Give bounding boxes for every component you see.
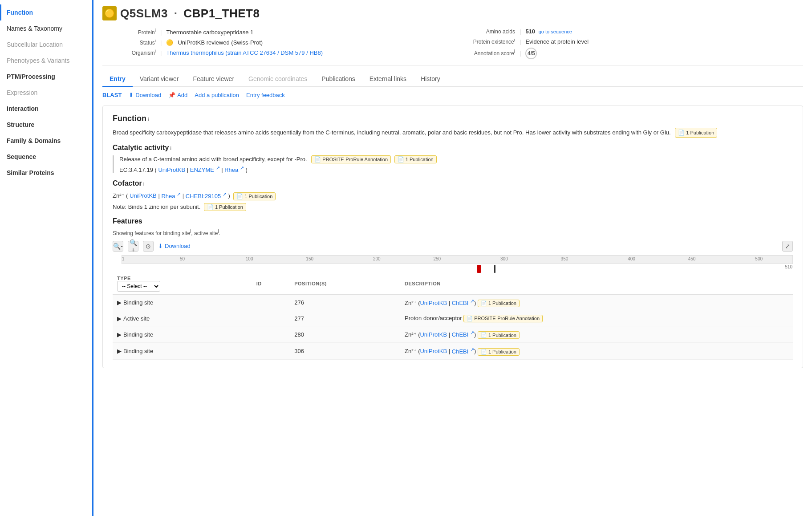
prorule-icon: 📄 [314,156,321,163]
row-expand-icon[interactable]: ▶ [117,299,122,306]
cell-type: ▶Binding site [113,294,252,311]
desc-uniprotkb-link[interactable]: UniProtKB [420,300,447,306]
table-row[interactable]: ▶Binding site280Zn²⁺ (UniProtKB | ChEBI … [113,326,793,342]
download-button[interactable]: ⬇ Download [129,92,161,98]
prorule-badge[interactable]: 📄 PROSITE-ProRule Annotation [311,155,391,163]
sidebar-item-interaction[interactable]: Interaction [0,101,92,117]
organism-label: Organismi [102,49,156,56]
desc-chebi-link[interactable]: ChEBI ↗ [452,348,474,355]
sidebar-item-similar-proteins[interactable]: Similar Proteins [0,165,92,181]
table-row[interactable]: ▶Binding site306Zn²⁺ (UniProtKB | ChEBI … [113,343,793,359]
row-expand-icon[interactable]: ▶ [117,315,122,322]
sidebar-item-names-taxonomy[interactable]: Names & Taxonomy [0,20,92,37]
sidebar-nav: FunctionNames & TaxonomySubcellular Loca… [0,4,92,181]
cell-type: ▶Active site [113,311,252,326]
table-row[interactable]: ▶Active site277Proton donor/acceptor 📄 P… [113,311,793,326]
tab-history[interactable]: History [414,72,447,87]
desc-uniprotkb-link[interactable]: UniProtKB [420,331,447,338]
tab-external-links[interactable]: External links [362,72,414,87]
row-prorule-badge[interactable]: 📄 PROSITE-ProRule Annotation [463,315,543,322]
cofactor-pub-icon: 📄 [236,193,243,199]
row-pub-badge[interactable]: 📄 1 Publication [478,331,520,339]
cell-description: Zn²⁺ (UniProtKB | ChEBI ↗) 📄 1 Publicati… [400,343,793,359]
amino-acids-row: Amino acids | 510 go to sequence [462,27,803,36]
features-toolbar: 🔍- 🔍+ ⊙ ⬇ Download ⤢ [113,241,793,252]
cell-position: 277 [290,311,400,326]
desc-chebi-link[interactable]: ChEBI ↗ [452,331,474,338]
add-publication-button[interactable]: Add a publication [195,92,239,98]
sidebar-item-sequence[interactable]: Sequence [0,149,92,165]
sidebar-item-expression[interactable]: Expression [0,85,92,101]
cell-id [252,294,290,311]
prorule-pub-icon: 📄 [467,316,473,321]
sidebar-item-ptm-processing[interactable]: PTM/Processing [0,69,92,85]
sidebar-item-phenotypes-variants[interactable]: Phenotypes & Variants [0,53,92,69]
col-description: DESCRIPTION [400,273,793,295]
desc-text: Zn²⁺ [405,331,417,338]
desc-uniprotkb-link[interactable]: UniProtKB [420,348,447,355]
features-download-button[interactable]: ⬇ Download [158,243,191,249]
ec-rhea-link[interactable]: Rhea ↗ [224,167,244,173]
cell-description: Zn²⁺ (UniProtKB | ChEBI ↗) 📄 1 Publicati… [400,294,793,311]
col-position: POSITION(S) [290,273,400,295]
tab-entry[interactable]: Entry [102,72,133,87]
row-pub-badge[interactable]: 📄 1 Publication [478,348,520,356]
sidebar-item-family-domains[interactable]: Family & Domains [0,133,92,149]
ruler-100: 100 [246,256,253,261]
row-expand-icon[interactable]: ▶ [117,348,122,354]
cell-id [252,311,290,326]
cofactor-note-pub-badge[interactable]: 📄 1 Publication [204,203,246,211]
row-expand-icon[interactable]: ▶ [117,331,122,338]
cell-id [252,326,290,342]
separator: · [174,7,178,20]
cell-position: 280 [290,326,400,342]
protein-name-value: Thermostable carboxypeptidase 1 [166,29,253,36]
cofactor-uniprotkb-link[interactable]: UniProtKB [130,193,157,199]
zoom-reset-button[interactable]: ⊙ [143,241,154,252]
ec-enzyme-link[interactable]: ENZYME ↗ [190,167,220,173]
cofactor-chebi-link[interactable]: CHEBI:29105 ↗ [186,193,227,199]
goto-sequence-link[interactable]: go to sequence [539,29,572,34]
organism-value[interactable]: Thermus thermophilus (strain ATCC 27634 … [166,49,323,56]
add-icon: 📌 [168,92,175,98]
catalytic-pub-badge[interactable]: 📄 1 Publication [394,155,437,163]
col-type: TYPE -- Select -- Binding site Active si… [113,273,252,295]
catalytic-block: Release of a C-terminal amino acid with … [113,155,793,173]
sidebar-item-structure[interactable]: Structure [0,117,92,133]
ruler-start: 1 [122,256,125,261]
features-description: Showing features for binding sitei, acti… [113,229,793,236]
main-content: 🟡 Q5SLM3 · CBP1_THET8 Proteini | Thermos… [93,0,812,379]
expand-button[interactable]: ⤢ [782,241,793,252]
cell-description: Proton donor/acceptor 📄 PROSITE-ProRule … [400,311,793,326]
desc-text: Proton donor/acceptor [405,315,462,321]
protein-info-left: Proteini | Thermostable carboxypeptidase… [102,27,444,61]
desc-chebi-link[interactable]: ChEBI ↗ [452,300,474,306]
ec-uniprotkb-link[interactable]: UniProtKB [158,167,185,173]
tab-variant-viewer[interactable]: Variant viewer [133,72,186,87]
row-pub-badge[interactable]: 📄 1 Publication [478,300,520,307]
reviewed-icon: 🟡 [166,39,173,46]
table-row[interactable]: ▶Binding site276Zn²⁺ (UniProtKB | ChEBI … [113,294,793,311]
accession[interactable]: Q5SLM3 [120,7,168,20]
marker-277 [494,265,495,273]
sidebar-item-function[interactable]: Function [0,4,92,20]
tab-publications[interactable]: Publications [314,72,362,87]
cofactor-pub-badge[interactable]: 📄 1 Publication [233,192,276,200]
entry-feedback-button[interactable]: Entry feedback [246,92,285,98]
sidebar: FunctionNames & TaxonomySubcellular Loca… [0,0,93,379]
organism-link[interactable]: Thermus thermophilus (strain ATCC 27634 … [166,49,323,56]
sidebar-item-subcellular-location[interactable]: Subcellular Location [0,37,92,53]
function-title: Functioni [113,114,793,123]
row-pub-icon: 📄 [481,332,487,338]
protein-existence-row: Protein existencei | Evidence at protein… [462,36,803,46]
blast-button[interactable]: BLAST [102,92,122,98]
zoom-out-button[interactable]: 🔍- [113,241,123,252]
type-filter-select[interactable]: -- Select -- Binding site Active site [117,281,160,292]
desc-text: Zn²⁺ [405,348,417,355]
zoom-in-button[interactable]: 🔍+ [128,241,138,252]
add-button[interactable]: 📌 Add [168,92,187,98]
cofactor-note: Note: Binds 1 zinc ion per subunit. 📄 1 … [113,203,793,211]
cofactor-rhea-link[interactable]: Rhea ↗ [161,193,181,199]
function-pub-badge[interactable]: 📄 1 Publication [675,128,717,138]
tab-feature-viewer[interactable]: Feature viewer [186,72,241,87]
